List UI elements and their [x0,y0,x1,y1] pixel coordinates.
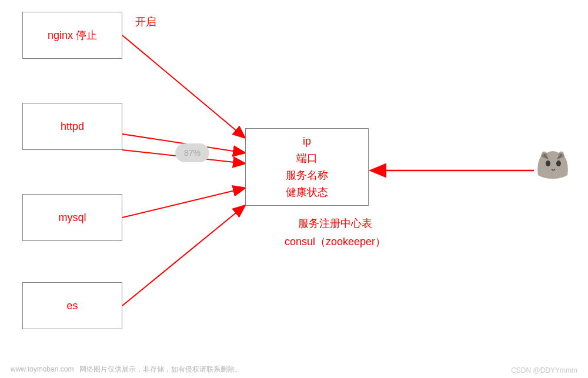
node-nginx: nginx 停止 [22,12,122,59]
registry-line-service-name: 服务名称 [286,167,328,184]
node-httpd: httpd [22,103,122,150]
progress-pill: 87% [175,143,209,162]
label-open: 开启 [135,15,156,29]
csdn-text: CSDN @DDYYmmm [511,366,577,374]
registry-caption: 服务注册中心表 consul（zookeeper） [273,215,397,250]
registry-caption-line1: 服务注册中心表 [273,215,397,233]
node-es-label: es [66,300,78,312]
footer-text: www.toymoban.com 网络图片仅供展示，非存储，如有侵权请联系删除。 [11,364,242,374]
label-open-text: 开启 [135,16,156,28]
svg-point-1 [546,160,550,166]
registry-line-port: 端口 [296,150,318,167]
footer-site: www.toymoban.com [11,365,74,373]
arrow-nginx [122,35,245,138]
node-httpd-label: httpd [61,121,84,133]
csdn-watermark: CSDN @DDYYmmm [511,366,577,374]
node-mysql-label: mysql [58,212,86,224]
node-mysql: mysql [22,194,122,241]
node-nginx-label: nginx 停止 [48,28,97,42]
registry-line-health: 健康状态 [286,184,328,201]
node-es: es [22,282,122,329]
footer-note: 网络图片仅供展示，非存储，如有侵权请联系删除。 [79,365,242,373]
arrow-es [122,206,245,306]
cat-icon [535,146,572,180]
progress-pill-value: 87% [184,148,201,158]
node-registry: ip 端口 服务名称 健康状态 [245,128,369,206]
arrow-mysql [122,188,245,218]
registry-caption-line2: consul（zookeeper） [273,233,397,251]
svg-point-2 [556,160,561,166]
registry-line-ip: ip [303,133,311,150]
